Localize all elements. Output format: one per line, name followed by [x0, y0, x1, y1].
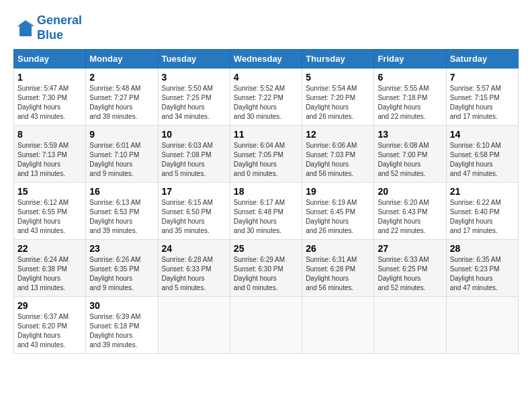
- calendar-cell: 19 Sunrise: 6:19 AMSunset: 6:45 PMDaylig…: [302, 183, 374, 240]
- weekday-header-thursday: Thursday: [302, 50, 374, 68]
- calendar-cell: 28 Sunrise: 6:35 AMSunset: 6:23 PMDaylig…: [446, 240, 518, 297]
- calendar-cell: 18 Sunrise: 6:17 AMSunset: 6:48 PMDaylig…: [230, 183, 302, 240]
- day-number: 12: [306, 129, 370, 140]
- calendar-cell: 20 Sunrise: 6:20 AMSunset: 6:43 PMDaylig…: [374, 183, 446, 240]
- calendar-week-5: 29 Sunrise: 6:37 AMSunset: 6:20 PMDaylig…: [14, 297, 519, 354]
- day-info: Sunrise: 5:54 AMSunset: 7:20 PMDaylight …: [306, 84, 370, 122]
- calendar-cell: 21 Sunrise: 6:22 AMSunset: 6:40 PMDaylig…: [446, 183, 518, 240]
- calendar-cell: 15 Sunrise: 6:12 AMSunset: 6:55 PMDaylig…: [14, 183, 86, 240]
- day-info: Sunrise: 5:55 AMSunset: 7:18 PMDaylight …: [378, 84, 442, 122]
- day-number: 6: [378, 72, 442, 83]
- weekday-header-monday: Monday: [86, 50, 158, 68]
- day-number: 11: [234, 129, 298, 140]
- day-number: 15: [17, 186, 82, 197]
- calendar-cell: 10 Sunrise: 6:03 AMSunset: 7:08 PMDaylig…: [158, 126, 230, 183]
- day-number: 9: [89, 129, 154, 140]
- calendar-cell: 16 Sunrise: 6:13 AMSunset: 6:53 PMDaylig…: [86, 183, 158, 240]
- day-number: 24: [162, 243, 226, 254]
- day-info: Sunrise: 6:29 AMSunset: 6:30 PMDaylight …: [234, 255, 298, 293]
- day-number: 16: [89, 186, 154, 197]
- calendar-header: SundayMondayTuesdayWednesdayThursdayFrid…: [14, 50, 519, 68]
- calendar-week-4: 22 Sunrise: 6:24 AMSunset: 6:38 PMDaylig…: [14, 240, 519, 297]
- weekday-header-sunday: Sunday: [14, 50, 86, 68]
- day-info: Sunrise: 6:35 AMSunset: 6:23 PMDaylight …: [450, 255, 515, 293]
- calendar-cell: 23 Sunrise: 6:26 AMSunset: 6:35 PMDaylig…: [86, 240, 158, 297]
- day-number: 8: [17, 129, 82, 140]
- day-info: Sunrise: 6:06 AMSunset: 7:03 PMDaylight …: [306, 141, 370, 179]
- day-info: Sunrise: 6:03 AMSunset: 7:08 PMDaylight …: [162, 141, 226, 179]
- calendar-cell: [446, 297, 518, 354]
- logo-icon: [13, 18, 34, 38]
- day-info: Sunrise: 6:33 AMSunset: 6:25 PMDaylight …: [378, 255, 442, 293]
- logo: GeneralBlue: [13, 13, 82, 42]
- day-info: Sunrise: 5:57 AMSunset: 7:15 PMDaylight …: [450, 84, 515, 122]
- calendar-cell: [302, 297, 374, 354]
- calendar-cell: 14 Sunrise: 6:10 AMSunset: 6:58 PMDaylig…: [446, 126, 518, 183]
- weekday-header-friday: Friday: [374, 50, 446, 68]
- day-number: 3: [162, 72, 226, 83]
- calendar-week-1: 1 Sunrise: 5:47 AMSunset: 7:30 PMDayligh…: [14, 68, 519, 126]
- day-info: Sunrise: 5:47 AMSunset: 7:30 PMDaylight …: [17, 84, 82, 122]
- calendar-week-2: 8 Sunrise: 5:59 AMSunset: 7:13 PMDayligh…: [14, 126, 519, 183]
- day-info: Sunrise: 6:12 AMSunset: 6:55 PMDaylight …: [17, 198, 82, 236]
- day-number: 25: [234, 243, 298, 254]
- day-info: Sunrise: 6:10 AMSunset: 6:58 PMDaylight …: [450, 141, 515, 179]
- day-info: Sunrise: 6:08 AMSunset: 7:00 PMDaylight …: [378, 141, 442, 179]
- calendar-cell: 29 Sunrise: 6:37 AMSunset: 6:20 PMDaylig…: [14, 297, 86, 354]
- calendar-cell: 30 Sunrise: 6:39 AMSunset: 6:18 PMDaylig…: [86, 297, 158, 354]
- day-info: Sunrise: 6:39 AMSunset: 6:18 PMDaylight …: [89, 312, 154, 350]
- calendar-cell: [158, 297, 230, 354]
- day-number: 29: [17, 300, 82, 311]
- day-info: Sunrise: 5:50 AMSunset: 7:25 PMDaylight …: [162, 84, 226, 122]
- day-number: 2: [89, 72, 154, 83]
- calendar-cell: 12 Sunrise: 6:06 AMSunset: 7:03 PMDaylig…: [302, 126, 374, 183]
- weekday-header-wednesday: Wednesday: [230, 50, 302, 68]
- day-number: 26: [306, 243, 370, 254]
- calendar-cell: 27 Sunrise: 6:33 AMSunset: 6:25 PMDaylig…: [374, 240, 446, 297]
- day-info: Sunrise: 6:37 AMSunset: 6:20 PMDaylight …: [17, 312, 82, 350]
- calendar-cell: [374, 297, 446, 354]
- day-number: 7: [450, 72, 515, 83]
- day-number: 10: [162, 129, 226, 140]
- calendar-cell: 9 Sunrise: 6:01 AMSunset: 7:10 PMDayligh…: [86, 126, 158, 183]
- calendar-cell: 2 Sunrise: 5:48 AMSunset: 7:27 PMDayligh…: [86, 68, 158, 126]
- day-info: Sunrise: 6:15 AMSunset: 6:50 PMDaylight …: [162, 198, 226, 236]
- calendar-cell: [230, 297, 302, 354]
- day-info: Sunrise: 6:22 AMSunset: 6:40 PMDaylight …: [450, 198, 515, 236]
- calendar-body: 1 Sunrise: 5:47 AMSunset: 7:30 PMDayligh…: [14, 68, 519, 354]
- day-info: Sunrise: 6:17 AMSunset: 6:48 PMDaylight …: [234, 198, 298, 236]
- day-number: 28: [450, 243, 515, 254]
- calendar-cell: 13 Sunrise: 6:08 AMSunset: 7:00 PMDaylig…: [374, 126, 446, 183]
- calendar-table: SundayMondayTuesdayWednesdayThursdayFrid…: [13, 49, 519, 354]
- calendar-cell: 22 Sunrise: 6:24 AMSunset: 6:38 PMDaylig…: [14, 240, 86, 297]
- calendar-cell: 17 Sunrise: 6:15 AMSunset: 6:50 PMDaylig…: [158, 183, 230, 240]
- calendar-cell: 24 Sunrise: 6:28 AMSunset: 6:33 PMDaylig…: [158, 240, 230, 297]
- weekday-header-tuesday: Tuesday: [158, 50, 230, 68]
- calendar-cell: 6 Sunrise: 5:55 AMSunset: 7:18 PMDayligh…: [374, 68, 446, 126]
- day-number: 13: [378, 129, 442, 140]
- day-info: Sunrise: 5:52 AMSunset: 7:22 PMDaylight …: [234, 84, 298, 122]
- calendar-cell: 4 Sunrise: 5:52 AMSunset: 7:22 PMDayligh…: [230, 68, 302, 126]
- day-number: 14: [450, 129, 515, 140]
- day-number: 27: [378, 243, 442, 254]
- calendar-week-3: 15 Sunrise: 6:12 AMSunset: 6:55 PMDaylig…: [14, 183, 519, 240]
- day-number: 5: [306, 72, 370, 83]
- calendar-cell: 1 Sunrise: 5:47 AMSunset: 7:30 PMDayligh…: [14, 68, 86, 126]
- calendar-cell: 5 Sunrise: 5:54 AMSunset: 7:20 PMDayligh…: [302, 68, 374, 126]
- day-info: Sunrise: 5:48 AMSunset: 7:27 PMDaylight …: [89, 84, 154, 122]
- calendar-cell: 3 Sunrise: 5:50 AMSunset: 7:25 PMDayligh…: [158, 68, 230, 126]
- logo-text: GeneralBlue: [37, 13, 82, 42]
- calendar-cell: 26 Sunrise: 6:31 AMSunset: 6:28 PMDaylig…: [302, 240, 374, 297]
- day-number: 4: [234, 72, 298, 83]
- day-number: 18: [234, 186, 298, 197]
- day-number: 17: [162, 186, 226, 197]
- calendar-cell: 8 Sunrise: 5:59 AMSunset: 7:13 PMDayligh…: [14, 126, 86, 183]
- day-info: Sunrise: 6:13 AMSunset: 6:53 PMDaylight …: [89, 198, 154, 236]
- weekday-header-row: SundayMondayTuesdayWednesdayThursdayFrid…: [14, 50, 519, 68]
- day-info: Sunrise: 6:26 AMSunset: 6:35 PMDaylight …: [89, 255, 154, 293]
- day-info: Sunrise: 6:20 AMSunset: 6:43 PMDaylight …: [378, 198, 442, 236]
- day-info: Sunrise: 6:19 AMSunset: 6:45 PMDaylight …: [306, 198, 370, 236]
- day-number: 1: [17, 72, 82, 83]
- day-number: 22: [17, 243, 82, 254]
- day-info: Sunrise: 6:24 AMSunset: 6:38 PMDaylight …: [17, 255, 82, 293]
